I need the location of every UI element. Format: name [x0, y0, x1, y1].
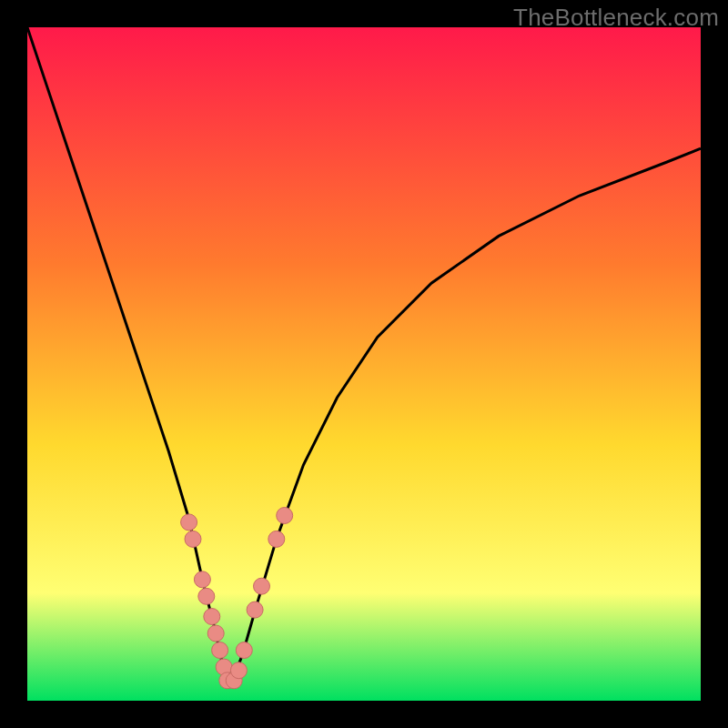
highlight-dot — [207, 625, 224, 642]
highlight-dot — [204, 609, 220, 625]
chart-svg — [27, 27, 701, 701]
highlight-dot — [236, 642, 252, 659]
highlight-dot — [230, 662, 247, 679]
highlight-dot — [181, 514, 197, 531]
highlight-dot — [185, 531, 201, 547]
gradient-background — [27, 27, 701, 701]
highlight-dot — [277, 508, 293, 524]
highlight-dot — [268, 531, 285, 547]
highlight-dot — [198, 588, 215, 604]
highlight-dot — [254, 578, 270, 594]
highlight-dot — [194, 571, 210, 588]
highlight-dot — [212, 642, 228, 659]
highlight-dot — [247, 602, 263, 618]
watermark-text: TheBottleneck.com — [513, 4, 719, 32]
chart-frame — [27, 27, 701, 701]
